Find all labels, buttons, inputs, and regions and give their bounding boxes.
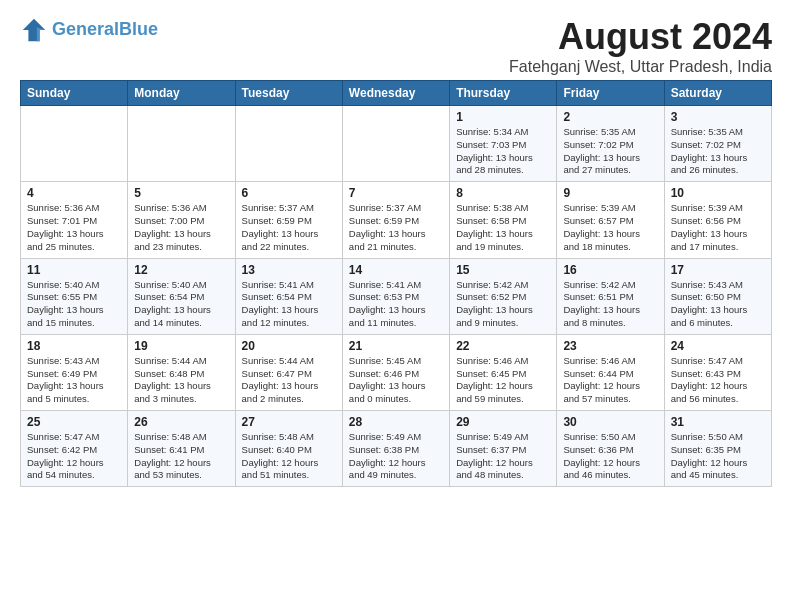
day-number: 3 <box>671 110 765 124</box>
day-info: Sunrise: 5:46 AM Sunset: 6:45 PM Dayligh… <box>456 355 550 406</box>
day-number: 16 <box>563 263 657 277</box>
calendar-cell: 17Sunrise: 5:43 AM Sunset: 6:50 PM Dayli… <box>664 258 771 334</box>
calendar-cell: 18Sunrise: 5:43 AM Sunset: 6:49 PM Dayli… <box>21 334 128 410</box>
day-number: 24 <box>671 339 765 353</box>
week-row-5: 25Sunrise: 5:47 AM Sunset: 6:42 PM Dayli… <box>21 411 772 487</box>
calendar-cell: 11Sunrise: 5:40 AM Sunset: 6:55 PM Dayli… <box>21 258 128 334</box>
day-number: 19 <box>134 339 228 353</box>
calendar-cell: 19Sunrise: 5:44 AM Sunset: 6:48 PM Dayli… <box>128 334 235 410</box>
calendar-cell: 14Sunrise: 5:41 AM Sunset: 6:53 PM Dayli… <box>342 258 449 334</box>
calendar-cell: 10Sunrise: 5:39 AM Sunset: 6:56 PM Dayli… <box>664 182 771 258</box>
day-number: 20 <box>242 339 336 353</box>
day-header-sunday: Sunday <box>21 81 128 106</box>
week-row-1: 1Sunrise: 5:34 AM Sunset: 7:03 PM Daylig… <box>21 106 772 182</box>
calendar-cell: 28Sunrise: 5:49 AM Sunset: 6:38 PM Dayli… <box>342 411 449 487</box>
calendar-cell <box>342 106 449 182</box>
day-info: Sunrise: 5:37 AM Sunset: 6:59 PM Dayligh… <box>349 202 443 253</box>
day-info: Sunrise: 5:36 AM Sunset: 7:00 PM Dayligh… <box>134 202 228 253</box>
day-info: Sunrise: 5:44 AM Sunset: 6:47 PM Dayligh… <box>242 355 336 406</box>
week-row-3: 11Sunrise: 5:40 AM Sunset: 6:55 PM Dayli… <box>21 258 772 334</box>
day-number: 17 <box>671 263 765 277</box>
day-info: Sunrise: 5:43 AM Sunset: 6:49 PM Dayligh… <box>27 355 121 406</box>
main-title: August 2024 <box>509 16 772 58</box>
calendar-cell: 9Sunrise: 5:39 AM Sunset: 6:57 PM Daylig… <box>557 182 664 258</box>
day-info: Sunrise: 5:44 AM Sunset: 6:48 PM Dayligh… <box>134 355 228 406</box>
day-number: 4 <box>27 186 121 200</box>
day-number: 10 <box>671 186 765 200</box>
calendar-cell: 12Sunrise: 5:40 AM Sunset: 6:54 PM Dayli… <box>128 258 235 334</box>
day-number: 31 <box>671 415 765 429</box>
day-info: Sunrise: 5:39 AM Sunset: 6:57 PM Dayligh… <box>563 202 657 253</box>
calendar-cell: 6Sunrise: 5:37 AM Sunset: 6:59 PM Daylig… <box>235 182 342 258</box>
day-number: 12 <box>134 263 228 277</box>
day-info: Sunrise: 5:38 AM Sunset: 6:58 PM Dayligh… <box>456 202 550 253</box>
day-header-friday: Friday <box>557 81 664 106</box>
day-info: Sunrise: 5:50 AM Sunset: 6:35 PM Dayligh… <box>671 431 765 482</box>
day-number: 29 <box>456 415 550 429</box>
day-header-tuesday: Tuesday <box>235 81 342 106</box>
logo-icon <box>20 16 48 44</box>
day-info: Sunrise: 5:35 AM Sunset: 7:02 PM Dayligh… <box>563 126 657 177</box>
day-info: Sunrise: 5:40 AM Sunset: 6:55 PM Dayligh… <box>27 279 121 330</box>
calendar-cell: 5Sunrise: 5:36 AM Sunset: 7:00 PM Daylig… <box>128 182 235 258</box>
day-info: Sunrise: 5:37 AM Sunset: 6:59 PM Dayligh… <box>242 202 336 253</box>
week-row-2: 4Sunrise: 5:36 AM Sunset: 7:01 PM Daylig… <box>21 182 772 258</box>
day-number: 21 <box>349 339 443 353</box>
title-block: August 2024 Fatehganj West, Uttar Prades… <box>509 16 772 76</box>
day-info: Sunrise: 5:41 AM Sunset: 6:54 PM Dayligh… <box>242 279 336 330</box>
subtitle: Fatehganj West, Uttar Pradesh, India <box>509 58 772 76</box>
calendar-cell <box>235 106 342 182</box>
day-info: Sunrise: 5:42 AM Sunset: 6:52 PM Dayligh… <box>456 279 550 330</box>
day-info: Sunrise: 5:49 AM Sunset: 6:38 PM Dayligh… <box>349 431 443 482</box>
day-number: 22 <box>456 339 550 353</box>
calendar-cell: 7Sunrise: 5:37 AM Sunset: 6:59 PM Daylig… <box>342 182 449 258</box>
day-info: Sunrise: 5:40 AM Sunset: 6:54 PM Dayligh… <box>134 279 228 330</box>
day-header-thursday: Thursday <box>450 81 557 106</box>
day-number: 1 <box>456 110 550 124</box>
day-info: Sunrise: 5:47 AM Sunset: 6:43 PM Dayligh… <box>671 355 765 406</box>
day-number: 26 <box>134 415 228 429</box>
page: GeneralBlue August 2024 Fatehganj West, … <box>0 0 792 497</box>
logo-general: General <box>52 19 119 39</box>
day-info: Sunrise: 5:43 AM Sunset: 6:50 PM Dayligh… <box>671 279 765 330</box>
calendar-cell: 24Sunrise: 5:47 AM Sunset: 6:43 PM Dayli… <box>664 334 771 410</box>
header-row: SundayMondayTuesdayWednesdayThursdayFrid… <box>21 81 772 106</box>
week-row-4: 18Sunrise: 5:43 AM Sunset: 6:49 PM Dayli… <box>21 334 772 410</box>
day-number: 27 <box>242 415 336 429</box>
logo-text-line1: GeneralBlue <box>52 20 158 40</box>
calendar-cell: 25Sunrise: 5:47 AM Sunset: 6:42 PM Dayli… <box>21 411 128 487</box>
calendar-cell: 15Sunrise: 5:42 AM Sunset: 6:52 PM Dayli… <box>450 258 557 334</box>
calendar-cell: 16Sunrise: 5:42 AM Sunset: 6:51 PM Dayli… <box>557 258 664 334</box>
day-number: 13 <box>242 263 336 277</box>
day-number: 9 <box>563 186 657 200</box>
calendar-cell: 26Sunrise: 5:48 AM Sunset: 6:41 PM Dayli… <box>128 411 235 487</box>
day-info: Sunrise: 5:34 AM Sunset: 7:03 PM Dayligh… <box>456 126 550 177</box>
calendar-cell: 8Sunrise: 5:38 AM Sunset: 6:58 PM Daylig… <box>450 182 557 258</box>
day-number: 2 <box>563 110 657 124</box>
day-info: Sunrise: 5:48 AM Sunset: 6:40 PM Dayligh… <box>242 431 336 482</box>
day-number: 23 <box>563 339 657 353</box>
calendar-cell: 31Sunrise: 5:50 AM Sunset: 6:35 PM Dayli… <box>664 411 771 487</box>
calendar-cell: 20Sunrise: 5:44 AM Sunset: 6:47 PM Dayli… <box>235 334 342 410</box>
calendar-cell: 22Sunrise: 5:46 AM Sunset: 6:45 PM Dayli… <box>450 334 557 410</box>
day-info: Sunrise: 5:47 AM Sunset: 6:42 PM Dayligh… <box>27 431 121 482</box>
header: GeneralBlue August 2024 Fatehganj West, … <box>20 16 772 76</box>
day-number: 15 <box>456 263 550 277</box>
calendar-cell: 30Sunrise: 5:50 AM Sunset: 6:36 PM Dayli… <box>557 411 664 487</box>
calendar-cell: 21Sunrise: 5:45 AM Sunset: 6:46 PM Dayli… <box>342 334 449 410</box>
calendar-cell: 27Sunrise: 5:48 AM Sunset: 6:40 PM Dayli… <box>235 411 342 487</box>
calendar-cell: 13Sunrise: 5:41 AM Sunset: 6:54 PM Dayli… <box>235 258 342 334</box>
day-info: Sunrise: 5:45 AM Sunset: 6:46 PM Dayligh… <box>349 355 443 406</box>
day-info: Sunrise: 5:35 AM Sunset: 7:02 PM Dayligh… <box>671 126 765 177</box>
day-info: Sunrise: 5:48 AM Sunset: 6:41 PM Dayligh… <box>134 431 228 482</box>
day-header-monday: Monday <box>128 81 235 106</box>
day-number: 5 <box>134 186 228 200</box>
day-info: Sunrise: 5:50 AM Sunset: 6:36 PM Dayligh… <box>563 431 657 482</box>
calendar-cell <box>21 106 128 182</box>
day-number: 7 <box>349 186 443 200</box>
calendar-cell <box>128 106 235 182</box>
day-header-wednesday: Wednesday <box>342 81 449 106</box>
day-number: 11 <box>27 263 121 277</box>
day-info: Sunrise: 5:49 AM Sunset: 6:37 PM Dayligh… <box>456 431 550 482</box>
calendar-cell: 2Sunrise: 5:35 AM Sunset: 7:02 PM Daylig… <box>557 106 664 182</box>
